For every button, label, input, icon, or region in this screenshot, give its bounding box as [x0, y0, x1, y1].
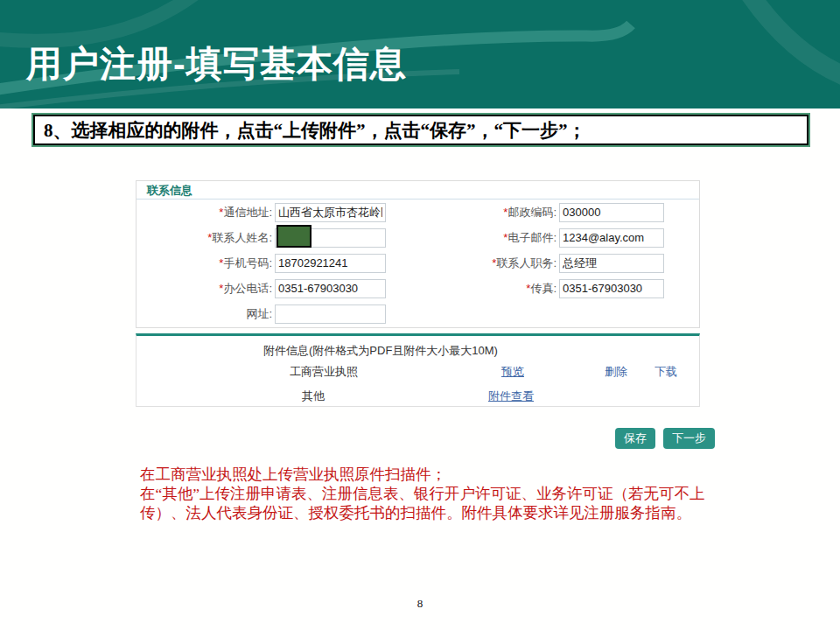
action-buttons: 保存 下一步: [615, 428, 715, 449]
contact-info-panel: 联系信息 *通信地址: *邮政编码: *联系人姓名: *电子邮件: *手机号码:…: [136, 180, 700, 328]
mobile-input[interactable]: [275, 254, 386, 273]
preview-link[interactable]: 预览: [501, 364, 524, 380]
download-link[interactable]: 下载: [654, 364, 677, 380]
job-title-input[interactable]: [559, 254, 664, 273]
note-line: 传）、法人代表身份证、授权委托书的扫描件。附件具体要求详见注册服务指南。: [140, 503, 796, 522]
website-input[interactable]: [275, 304, 386, 324]
mobile-label: *手机号码:: [136, 256, 272, 271]
instruction-banner: 8、选择相应的的附件，点击“上传附件”，点击“保存”，“下一步”；: [32, 113, 810, 147]
redaction-overlay: [276, 225, 312, 248]
attachment-section-title: 附件信息(附件格式为PDF且附件大小最大10M): [263, 343, 498, 359]
slide: 用户注册-填写基本信息 8、选择相应的的附件，点击“上传附件”，点击“保存”，“…: [0, 0, 840, 630]
email-label: *电子邮件:: [386, 230, 556, 246]
website-label: 网址:: [136, 306, 272, 322]
fax-input[interactable]: [559, 279, 664, 298]
note-line: 在“其他”上传注册申请表、注册信息表、银行开户许可证、业务许可证（若无可不上: [140, 484, 796, 503]
address-input[interactable]: [275, 203, 386, 222]
fax-label: *传真:: [386, 281, 556, 297]
address-label: *通信地址:: [136, 205, 272, 220]
view-attachment-link[interactable]: 附件查看: [488, 388, 534, 404]
form-row: 网址:: [136, 301, 699, 326]
email-input[interactable]: [559, 228, 664, 248]
form-row: *办公电话: *传真:: [136, 276, 699, 301]
note-line: 在工商营业执照处上传营业执照原件扫描件；: [140, 465, 796, 484]
attachment-row-business-license: 工商营业执照: [290, 364, 358, 380]
form-row: *联系人姓名: *电子邮件:: [136, 225, 699, 250]
job-title-label: *联系人职务:: [386, 256, 556, 271]
instruction-text: 8、选择相应的的附件，点击“上传附件”，点击“保存”，“下一步”；: [44, 118, 586, 143]
slide-header: 用户注册-填写基本信息: [0, 0, 840, 108]
next-step-button[interactable]: 下一步: [663, 428, 715, 449]
form-row: *手机号码: *联系人职务:: [136, 250, 699, 276]
save-button[interactable]: 保存: [615, 428, 655, 449]
postcode-label: *邮政编码:: [386, 205, 556, 220]
office-phone-input[interactable]: [275, 279, 386, 298]
office-phone-label: *办公电话:: [136, 281, 272, 297]
contact-name-label: *联系人姓名:: [136, 230, 272, 246]
postcode-input[interactable]: [559, 203, 664, 222]
page-title: 用户注册-填写基本信息: [26, 40, 407, 88]
form-row: *通信地址: *邮政编码:: [136, 200, 699, 225]
note-text-block: 在工商营业执照处上传营业执照原件扫描件； 在“其他”上传注册申请表、注册信息表、…: [140, 465, 796, 522]
contact-section-title: 联系信息: [136, 181, 699, 199]
contact-name-field-wrap: [275, 228, 386, 248]
delete-link[interactable]: 删除: [605, 364, 627, 380]
attachment-row-other: 其他: [302, 388, 325, 404]
page-number: 8: [0, 597, 840, 611]
attachment-panel: 附件信息(附件格式为PDF且附件大小最大10M) 工商营业执照 预览 删除 下载…: [136, 333, 700, 407]
